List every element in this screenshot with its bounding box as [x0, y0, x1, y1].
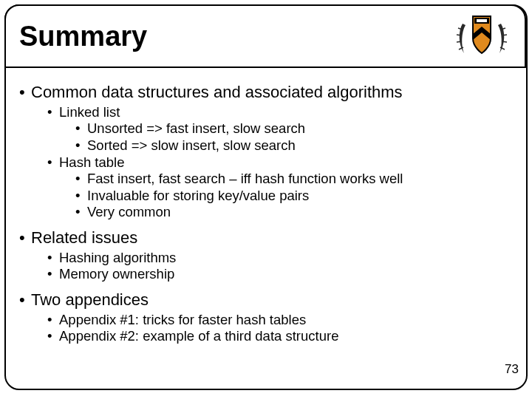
bullet-marker: •: [19, 290, 31, 310]
bullet-marker: •: [47, 104, 59, 121]
bullet-text: Memory ownership: [59, 266, 174, 282]
slide-body: • Common data structures and associated …: [19, 75, 510, 386]
bullet-text: Fast insert, fast search – iff hash func…: [87, 171, 403, 186]
bullet-level-2: • Linked list: [47, 104, 510, 121]
bullet-text: Two appendices: [31, 290, 149, 309]
bullet-marker: •: [47, 250, 59, 267]
bullet-level-2: • Hash table: [47, 154, 510, 171]
bullet-level-3: • Invaluable for storing key/value pairs: [75, 188, 510, 205]
bullet-marker: •: [19, 228, 31, 248]
bullet-marker: •: [75, 188, 87, 205]
bullet-level-2: • Memory ownership: [47, 266, 510, 283]
bullet-text: Invaluable for storing key/value pairs: [87, 188, 309, 203]
bullet-marker: •: [75, 171, 87, 188]
bullet-text: Appendix #1: tricks for faster hash tabl…: [59, 312, 306, 327]
bullet-text: Appendix #2: example of a third data str…: [59, 328, 338, 344]
bullet-text: Very common: [87, 204, 171, 219]
bullet-marker: •: [75, 204, 87, 221]
bullet-level-1: • Related issues: [19, 228, 510, 248]
bullet-marker: •: [47, 312, 59, 329]
bullet-marker: •: [47, 266, 59, 283]
bullet-level-2: • Appendix #1: tricks for faster hash ta…: [47, 312, 510, 329]
slide-title: Summary: [19, 21, 147, 52]
crest-icon: [452, 9, 511, 61]
bullet-level-3: • Fast insert, fast search – iff hash fu…: [75, 171, 510, 188]
bullet-level-3: • Unsorted => fast insert, slow search: [75, 120, 510, 137]
bullet-level-1: • Two appendices: [19, 290, 510, 310]
bullet-marker: •: [19, 83, 31, 103]
title-box: Summary: [4, 4, 526, 68]
bullet-marker: •: [47, 328, 59, 345]
slide: Summary • Common data structures and ass…: [0, 0, 532, 399]
bullet-text: Related issues: [31, 228, 137, 247]
page-number: 73: [505, 362, 519, 377]
bullet-text: Sorted => slow insert, slow search: [87, 137, 296, 153]
svg-rect-1: [477, 19, 487, 22]
bullet-level-2: • Appendix #2: example of a third data s…: [47, 328, 510, 345]
bullet-level-2: • Hashing algorithms: [47, 250, 510, 267]
bullet-marker: •: [47, 154, 59, 171]
bullet-marker: •: [75, 137, 87, 154]
bullet-text: Unsorted => fast insert, slow search: [87, 120, 305, 136]
bullet-text: Hash table: [59, 154, 124, 170]
bullet-text: Common data structures and associated al…: [31, 83, 403, 101]
bullet-level-3: • Very common: [75, 204, 510, 221]
bullet-text: Hashing algorithms: [59, 250, 176, 265]
bullet-level-1: • Common data structures and associated …: [19, 83, 510, 103]
bullet-level-3: • Sorted => slow insert, slow search: [75, 137, 510, 154]
bullet-marker: •: [75, 120, 87, 137]
bullet-text: Linked list: [59, 104, 120, 120]
